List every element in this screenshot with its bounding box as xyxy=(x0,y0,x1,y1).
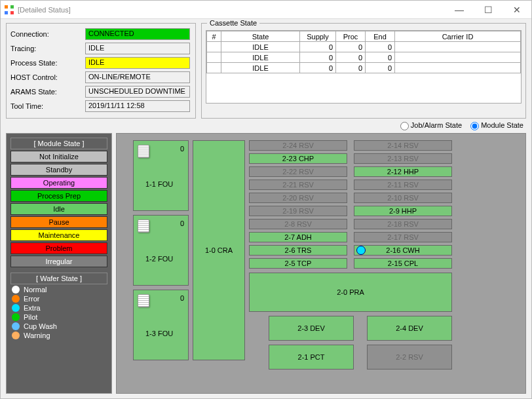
connection-label: Connection: xyxy=(10,30,85,38)
cassette-legend: Cassette State xyxy=(207,19,259,27)
table-row: IDLE000 xyxy=(207,63,521,73)
module-2-20[interactable]: 2-20 RSV xyxy=(249,193,347,203)
module-2-0[interactable]: 2-0 PRA xyxy=(249,273,452,312)
window-title: [Detailed Status] xyxy=(18,6,71,14)
module-state-title: [ Module State ] xyxy=(10,138,107,149)
cassette-icon xyxy=(138,294,149,307)
table-row: IDLE000 xyxy=(207,42,521,52)
module-2-1[interactable]: 2-1 PCT xyxy=(269,345,354,370)
wafer-cupwash: Cup Wash xyxy=(12,322,106,330)
module-radio[interactable] xyxy=(470,122,479,130)
legend-problem[interactable]: Problem xyxy=(10,242,107,254)
fou-1-1-count: 0 xyxy=(180,145,184,153)
cassette-icon xyxy=(138,219,149,233)
module-2-9[interactable]: 2-9 HHP xyxy=(354,206,452,216)
module-2-14[interactable]: 2-14 RSV xyxy=(354,140,452,151)
arams-value: UNSCHEDULED DOWNTIME xyxy=(85,86,190,98)
legend-maintenance[interactable]: Maintenance xyxy=(10,229,107,241)
process-state-label: Process State: xyxy=(10,59,85,67)
fou-1-2-count: 0 xyxy=(180,219,184,227)
cassette-icon xyxy=(138,145,149,158)
cassette-table: # State Supply Proc End Carrier ID IDLE0… xyxy=(206,31,521,73)
titlebar: [Detailed Status] — ☐ ✕ xyxy=(1,1,531,19)
module-2-13[interactable]: 2-13 RSV xyxy=(354,153,452,164)
cass-h-supply: Supply xyxy=(300,31,336,42)
cass-h-proc: Proc xyxy=(336,31,366,42)
module-2-19[interactable]: 2-19 RSV xyxy=(249,206,347,216)
legend-not-initialize[interactable]: Not Initialize xyxy=(10,151,107,162)
cass-h-end: End xyxy=(366,31,395,42)
table-row: IDLE000 xyxy=(207,52,521,63)
module-2-24[interactable]: 2-24 RSV xyxy=(249,140,347,151)
module-2-7[interactable]: 2-7 ADH xyxy=(249,232,347,242)
wafer-pilot: Pilot xyxy=(12,313,106,321)
cass-h-num: # xyxy=(207,31,221,42)
tracing-label: Tracing: xyxy=(10,45,85,52)
module-cra[interactable]: 1-0 CRA xyxy=(193,140,245,360)
legend-standby[interactable]: Standby xyxy=(10,164,107,176)
arams-label: ARAMS State: xyxy=(10,88,85,96)
fou-1-2[interactable]: 0 1-2 FOU xyxy=(133,215,189,286)
module-2-15[interactable]: 2-15 CPL xyxy=(354,258,452,269)
legend-idle[interactable]: Idle xyxy=(10,203,107,215)
connection-value: CONNECTED xyxy=(85,28,190,40)
tracing-value: IDLE xyxy=(85,43,190,54)
legend-process-prep[interactable]: Process Prep xyxy=(10,190,107,202)
jobalarm-radio-label[interactable]: Job/Alarm State xyxy=(400,121,462,129)
cass-h-state: State xyxy=(221,31,300,42)
tooltime-value: 2019/11/11 12:58 xyxy=(85,100,190,112)
host-label: HOST Control: xyxy=(10,73,85,81)
tooltime-label: Tool Time: xyxy=(10,102,85,110)
fou-1-1[interactable]: 0 1-1 FOU xyxy=(133,140,189,211)
module-map: 0 1-1 FOU 0 1-2 FOU 0 1-3 FOU 1-0 CRA 2-… xyxy=(116,133,526,394)
close-button[interactable]: ✕ xyxy=(503,1,531,19)
module-2-21[interactable]: 2-21 RSV xyxy=(249,180,347,190)
module-2-5[interactable]: 2-5 TCP xyxy=(249,258,347,269)
wafer-extra: Extra xyxy=(12,304,106,312)
legend-irregular[interactable]: Irregular xyxy=(10,256,107,267)
app-icon xyxy=(5,5,14,14)
fou-1-3[interactable]: 0 1-3 FOU xyxy=(133,290,189,360)
module-2-12[interactable]: 2-12 HHP xyxy=(354,166,452,177)
module-2-2[interactable]: 2-2 RSV xyxy=(367,345,452,370)
module-2-22[interactable]: 2-22 RSV xyxy=(249,166,347,177)
legend-operating[interactable]: Operating xyxy=(10,177,107,189)
module-2-18[interactable]: 2-18 RSV xyxy=(354,219,452,229)
wafer-state-title: [ Wafer State ] xyxy=(10,273,107,284)
status-panel: Connection:CONNECTED Tracing:IDLE Proces… xyxy=(6,23,196,119)
module-2-17[interactable]: 2-17 RSV xyxy=(354,232,452,242)
fou-1-1-label: 1-1 FOU xyxy=(145,180,173,188)
cass-h-carrier: Carrier ID xyxy=(395,31,521,42)
fou-1-3-count: 0 xyxy=(180,294,184,302)
module-2-4[interactable]: 2-4 DEV xyxy=(367,316,452,341)
wafer-error: Error xyxy=(12,295,106,303)
minimize-button[interactable]: — xyxy=(445,1,474,19)
view-mode-radios: Job/Alarm State Module State xyxy=(1,120,531,133)
maximize-button[interactable]: ☐ xyxy=(474,1,503,19)
legend-panel: [ Module State ] Not Initialize Standby … xyxy=(6,133,112,394)
fou-1-2-label: 1-2 FOU xyxy=(145,255,173,263)
module-2-3[interactable]: 2-3 DEV xyxy=(269,316,354,341)
cassette-panel: Cassette State # State Supply Proc End C… xyxy=(201,23,526,119)
jobalarm-radio[interactable] xyxy=(400,122,409,130)
module-2-8[interactable]: 2-8 RSV xyxy=(249,219,347,229)
fou-1-3-label: 1-3 FOU xyxy=(145,330,173,337)
module-2-23[interactable]: 2-23 CHP xyxy=(249,153,347,164)
module-radio-label[interactable]: Module State xyxy=(470,121,523,129)
process-state-value: IDLE xyxy=(85,57,190,69)
module-2-6[interactable]: 2-6 TRS xyxy=(249,245,347,256)
wafer-marker-extra xyxy=(356,246,366,255)
module-2-16[interactable]: 2-16 CWH xyxy=(354,245,452,256)
legend-pause[interactable]: Pause xyxy=(10,216,107,228)
wafer-normal: Normal xyxy=(12,286,106,294)
wafer-warning: Warning xyxy=(12,332,106,339)
module-2-11[interactable]: 2-11 RSV xyxy=(354,180,452,190)
module-2-10[interactable]: 2-10 RSV xyxy=(354,193,452,203)
host-value: ON-LINE/REMOTE xyxy=(85,71,190,83)
